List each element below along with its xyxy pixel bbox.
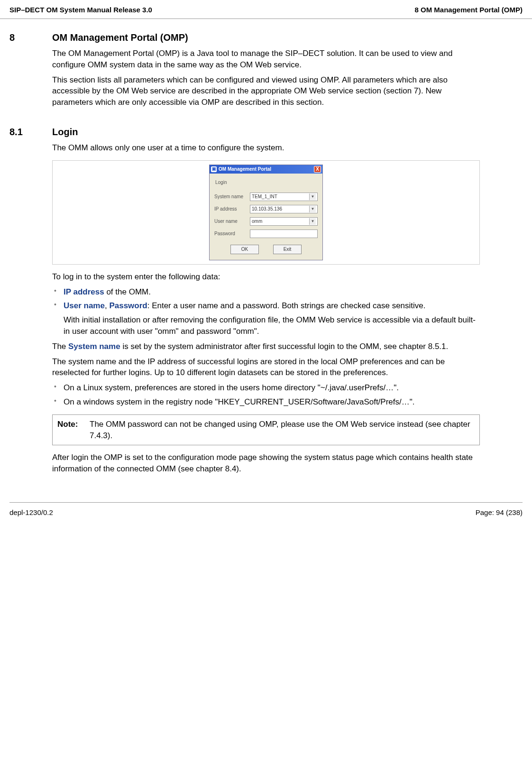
chevron-down-icon[interactable]: ▼ xyxy=(309,193,316,200)
bullet-windows: On a windows system in the registry node… xyxy=(52,396,480,408)
section-8-1-para-1: The OMM allows only one user at a time t… xyxy=(52,142,480,154)
system-name-para: The System name is set by the system adm… xyxy=(52,341,480,352)
system-name-term: System name xyxy=(68,342,120,351)
section-8-number: 8 xyxy=(9,31,52,44)
login-heading: Login xyxy=(215,179,318,186)
after-login-para: After login the OMP is set to the config… xyxy=(52,452,480,475)
ip-address-text: of the OMM. xyxy=(104,287,151,296)
exit-button[interactable]: Exit xyxy=(273,245,302,254)
password-input[interactable] xyxy=(250,230,318,238)
user-password-sub: With initial installation or after remov… xyxy=(64,314,480,337)
bullet-linux: On a Linux system, preferences are store… xyxy=(52,382,480,394)
section-8-para-1: The OM Management Portal (OMP) is a Java… xyxy=(52,48,480,71)
section-8-para-2: This section lists all parameters which … xyxy=(52,74,480,108)
ok-button[interactable]: OK xyxy=(230,245,259,254)
footer-right: Page: 94 (238) xyxy=(476,507,523,517)
ip-address-label: IP address xyxy=(214,206,250,212)
system-name-label: System name xyxy=(214,193,250,200)
user-name-term: User name xyxy=(64,301,105,310)
bullet-ip-address: IP address of the OMM. xyxy=(52,286,480,298)
section-8-title: OM Management Portal (OMP) xyxy=(52,31,188,44)
ip-address-term: IP address xyxy=(64,287,104,296)
user-name-value: omm xyxy=(252,218,262,225)
system-name-input[interactable]: TEM_1_INT ▼ xyxy=(250,193,318,201)
dialog-titlebar: ▣ OM Management Portal X xyxy=(210,165,322,174)
login-dialog-figure: ▣ OM Management Portal X Login System na… xyxy=(52,160,480,265)
close-icon[interactable]: X xyxy=(314,166,321,173)
user-name-input[interactable]: omm ▼ xyxy=(250,217,318,226)
note-label: Note: xyxy=(57,419,90,441)
footer-left: depl-1230/0.2 xyxy=(9,507,53,517)
user-password-text: : Enter a user name and a password. Both… xyxy=(147,301,426,310)
bullet-user-password: User name, Password: Enter a user name a… xyxy=(52,300,480,337)
note-box: Note: The OMM password can not be change… xyxy=(52,414,480,446)
dialog-title: OM Management Portal xyxy=(219,166,271,173)
ip-address-value: 10.103.35.136 xyxy=(252,206,282,212)
login-intro: To log in to the system enter the follow… xyxy=(52,271,480,283)
password-label: Password xyxy=(214,230,250,237)
login-dialog: ▣ OM Management Portal X Login System na… xyxy=(209,165,323,260)
section-8-1-title: Login xyxy=(52,125,78,138)
user-name-label: User name xyxy=(214,218,250,225)
chevron-down-icon[interactable]: ▼ xyxy=(309,206,316,212)
password-term: Password xyxy=(109,301,147,310)
ip-address-input[interactable]: 10.103.35.136 ▼ xyxy=(250,205,318,213)
note-text: The OMM password can not be changed usin… xyxy=(90,419,475,441)
stored-para: The system name and the IP address of su… xyxy=(52,356,480,379)
system-name-value: TEM_1_INT xyxy=(252,193,277,200)
header-left: SIP–DECT OM System Manual Release 3.0 xyxy=(9,5,152,15)
app-icon: ▣ xyxy=(211,166,217,172)
header-right: 8 OM Management Portal (OMP) xyxy=(414,5,523,15)
section-8-1-number: 8.1 xyxy=(9,125,52,138)
chevron-down-icon[interactable]: ▼ xyxy=(309,218,316,225)
